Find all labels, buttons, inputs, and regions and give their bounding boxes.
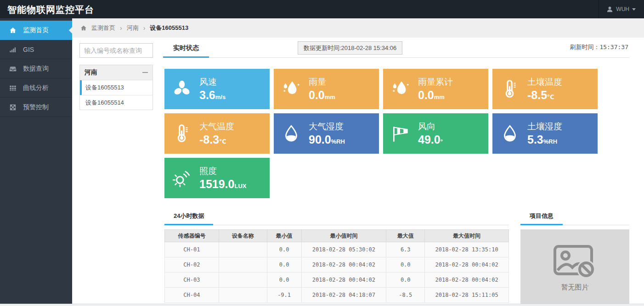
image-placeholder-icon xyxy=(552,242,598,281)
card-rainfall-total[interactable]: 雨量累计 0.0mm xyxy=(383,69,488,109)
card-soil-humidity[interactable]: 土壤湿度 5.3%RH xyxy=(492,113,598,154)
table-row[interactable]: CH-01 0.0 2018-02-28 05:30:02 6.3 2018-0… xyxy=(165,242,509,257)
daily-data-section: 24小时数据 传感器编号 设备名称 最小值 最小值时间 最大值 最大值时间 CH… xyxy=(164,209,509,303)
col-sensor-id: 传感器编号 xyxy=(165,230,219,242)
user-icon xyxy=(606,6,613,13)
cell-min-time: 2018-02-28 00:04:02 xyxy=(301,273,386,288)
project-info-tab-row: 项目信息 xyxy=(520,209,629,225)
sidebar-item-label: 曲线分析 xyxy=(23,84,49,92)
cell-sensor-id: CH-01 xyxy=(165,242,219,257)
chevron-right-icon: › xyxy=(120,24,122,32)
no-image-placeholder: 暂无图片 xyxy=(520,229,629,304)
cell-max-value: -8.5 xyxy=(386,288,425,303)
breadcrumb-item-home[interactable]: 监测首页 xyxy=(91,24,115,32)
sidebar-item-label: 预警控制 xyxy=(23,103,49,111)
thermometer-icon xyxy=(492,78,527,100)
data-update-time-button[interactable]: 数据更新时间:2018-02-28 15:34:06 xyxy=(298,41,402,55)
card-value: 3.6 xyxy=(199,89,215,101)
sidebar-menu: 监测首页 GIS 数据查询 xyxy=(0,18,72,117)
footer-strip xyxy=(0,304,644,306)
tree-group-henan[interactable]: 河南 xyxy=(80,65,153,80)
card-soil-temperature[interactable]: 土壤温度 -8.5℃ xyxy=(492,69,598,109)
card-label: 雨量 xyxy=(309,76,335,88)
cell-min-value: -9.1 xyxy=(267,288,301,303)
card-value: -8.3 xyxy=(199,133,219,146)
table-row[interactable]: CH-03 0.0 2018-02-28 00:04:02 0.0 2018-0… xyxy=(165,273,509,288)
col-max-time: 最大值时间 xyxy=(425,230,509,242)
cell-max-time: 2018-02-28 15:11:05 xyxy=(425,288,509,303)
refresh-time-value: 15:37:37 xyxy=(599,44,628,50)
sidebar-item-gis[interactable]: GIS xyxy=(0,40,72,59)
card-wind-speed[interactable]: 风速 3.6m/s xyxy=(164,69,270,109)
table-row[interactable]: CH-02 0.0 2018-02-28 00:04:02 0.0 2018-0… xyxy=(165,257,509,273)
cell-sensor-id: CH-03 xyxy=(165,273,219,288)
raindrops-icon xyxy=(274,78,309,100)
inbox-icon xyxy=(9,65,17,72)
card-unit: mm xyxy=(434,94,445,100)
tree-item-device-16055513[interactable]: 设备16055513 xyxy=(80,80,153,95)
top-bar: 智能物联网监控平台 WUH xyxy=(0,0,644,18)
card-label: 雨量累计 xyxy=(418,76,453,88)
table-row[interactable]: CH-04 -9.1 2018-02-28 04:18:07 -8.5 2018… xyxy=(165,288,509,303)
col-device-name: 设备名称 xyxy=(219,230,267,242)
cell-min-time: 2018-02-28 05:30:02 xyxy=(301,242,386,257)
tab-24h-data[interactable]: 24小时数据 xyxy=(164,209,213,225)
tree-item-device-16055514[interactable]: 设备16055514 xyxy=(80,95,153,110)
cell-min-value: 0.0 xyxy=(267,257,301,273)
card-unit: ℃ xyxy=(547,94,554,100)
card-label: 土壤温度 xyxy=(527,76,562,88)
cell-sensor-id: CH-04 xyxy=(165,288,219,303)
card-unit: mm xyxy=(325,94,335,100)
tree-item-label: 设备16055513 xyxy=(85,83,124,92)
card-unit: ℃ xyxy=(219,138,226,145)
sidebar-item-alert-control[interactable]: 预警控制 xyxy=(0,98,72,117)
cell-max-value: 0.0 xyxy=(386,257,425,273)
card-unit: m/s xyxy=(215,94,226,100)
sidebar-item-monitor-home[interactable]: 监测首页 xyxy=(0,21,72,40)
card-value: 49.0 xyxy=(418,133,441,146)
card-label: 风向 xyxy=(418,121,443,133)
card-rainfall[interactable]: 雨量 0.0mm xyxy=(274,69,379,109)
home-icon xyxy=(9,27,17,34)
raindrops-icon xyxy=(383,78,418,100)
device-tree-panel: 河南 设备16055513 设备16055514 xyxy=(79,43,153,110)
app-title: 智能物联网监控平台 xyxy=(7,4,94,16)
sensor-data-table: 传感器编号 设备名称 最小值 最小值时间 最大值 最大值时间 CH-01 0.0… xyxy=(164,229,509,303)
sidebar-item-curve-analysis[interactable]: 曲线分析 xyxy=(0,78,72,98)
card-unit: ° xyxy=(441,138,443,145)
daily-data-tab-row: 24小时数据 xyxy=(164,209,509,225)
cell-max-time: 2018-02-28 00:04:02 xyxy=(425,273,509,288)
user-menu[interactable]: WUH xyxy=(599,0,644,18)
grid-icon xyxy=(9,84,17,92)
sidebar-item-label: GIS xyxy=(23,46,34,53)
cell-max-time: 2018-02-28 00:04:02 xyxy=(425,257,509,273)
card-wind-direction[interactable]: 风向 49.0° xyxy=(383,113,488,154)
card-illuminance[interactable]: 照度 1519.0LUX xyxy=(164,158,270,198)
card-label: 大气湿度 xyxy=(309,121,345,133)
chevron-right-icon: › xyxy=(143,24,146,32)
cell-max-value: 6.3 xyxy=(386,242,425,257)
collapse-icon[interactable] xyxy=(142,72,148,73)
cell-max-value: 0.0 xyxy=(386,273,425,288)
windsock-icon xyxy=(383,123,418,144)
breadcrumb-item-region[interactable]: 河南 xyxy=(127,24,139,32)
card-label: 土壤湿度 xyxy=(527,121,562,133)
breadcrumb: 监测首页 › 河南 › 设备16055513 xyxy=(72,18,644,38)
device-tree: 河南 设备16055513 设备16055514 xyxy=(79,65,153,110)
tab-project-info[interactable]: 项目信息 xyxy=(520,209,563,225)
card-air-humidity[interactable]: 大气湿度 90.0%RH xyxy=(274,113,379,154)
card-value: -8.5 xyxy=(527,89,547,101)
sidebar-item-label: 监测首页 xyxy=(23,26,49,34)
card-value: 0.0 xyxy=(418,89,434,101)
iot-monitoring-page: 智能物联网监控平台 WUH 监测首页 xyxy=(0,0,644,306)
sidebar-item-data-query[interactable]: 数据查询 xyxy=(0,59,72,78)
refresh-time: 刷新时间：15:37:37 xyxy=(570,43,628,51)
breadcrumb-item-device: 设备16055513 xyxy=(150,24,188,32)
diagonal-arrows-icon xyxy=(9,104,17,111)
user-name: WUH xyxy=(616,6,629,12)
card-air-temperature[interactable]: 大气温度 -8.3℃ xyxy=(164,113,270,154)
cell-min-value: 0.0 xyxy=(267,242,301,257)
device-search-input[interactable] xyxy=(79,43,153,58)
no-image-text: 暂无图片 xyxy=(561,283,589,292)
tab-realtime-status[interactable]: 实时状态 xyxy=(163,39,209,58)
